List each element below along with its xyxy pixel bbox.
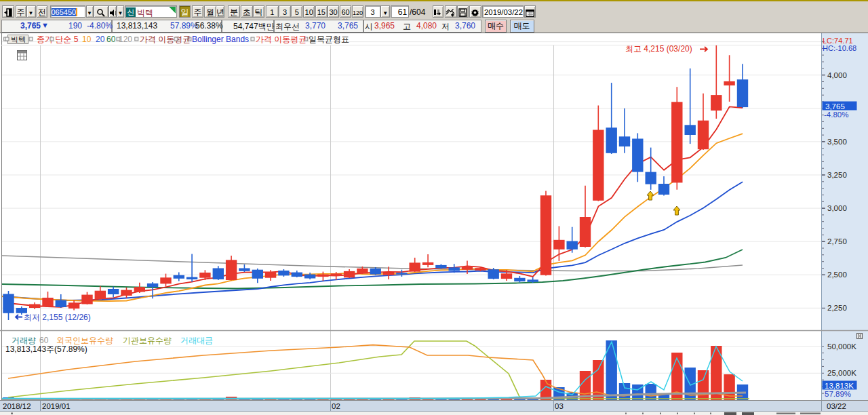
svg-text:03: 03 (555, 402, 564, 410)
svg-text:기관보유수량: 기관보유수량 (123, 336, 172, 345)
svg-text:50,000K: 50,000K (827, 342, 856, 351)
svg-text:Bollinger Bands: Bollinger Bands (192, 35, 249, 44)
svg-text:2,250: 2,250 (827, 304, 847, 312)
svg-text:거래대금: 거래대금 (180, 336, 213, 345)
svg-text:60: 60 (106, 35, 116, 44)
svg-text:3,500: 3,500 (827, 138, 847, 146)
svg-text:57.89%: 57.89% (825, 390, 851, 398)
svg-text:60: 60 (39, 336, 49, 345)
svg-text:2019/01: 2019/01 (42, 402, 71, 410)
svg-text:2018/12: 2018/12 (3, 402, 31, 410)
svg-text:20: 20 (96, 35, 105, 44)
svg-text:25,000K: 25,000K (827, 369, 856, 377)
svg-text:최고 4,215 (03/20): 최고 4,215 (03/20) (625, 44, 692, 54)
svg-text:3,765: 3,765 (825, 102, 845, 111)
svg-text:4,000: 4,000 (827, 71, 847, 79)
svg-text:HC:-10.68: HC:-10.68 (823, 44, 856, 52)
svg-text:종가 단순 5: 종가 단순 5 (37, 35, 79, 44)
svg-text:02: 02 (332, 402, 340, 410)
svg-text:최저 2,155 (12/26): 최저 2,155 (12/26) (24, 313, 91, 322)
svg-text:빅텍: 빅텍 (11, 35, 26, 43)
svg-text:3,250: 3,250 (827, 171, 847, 179)
svg-text:2,750: 2,750 (827, 237, 847, 245)
svg-text:13,813K: 13,813K (825, 382, 854, 390)
svg-text:-4.80%: -4.80% (824, 111, 848, 119)
svg-text:가격 이동평균: 가격 이동평균 (140, 35, 191, 44)
svg-text:120: 120 (119, 35, 132, 44)
svg-text:03/22: 03/22 (827, 402, 846, 410)
svg-text:2,500: 2,500 (827, 271, 847, 279)
svg-text:거래량: 거래량 (12, 336, 36, 345)
svg-text:13,813,143주(57.89%): 13,813,143주(57.89%) (5, 344, 87, 354)
svg-text:외국인보유수량: 외국인보유수량 (56, 336, 113, 345)
svg-text:3,000: 3,000 (827, 204, 847, 212)
svg-text:10: 10 (82, 35, 92, 44)
svg-text:가격 이동평균: 가격 이동평균 (256, 35, 307, 44)
svg-text:일목균형표: 일목균형표 (309, 35, 349, 44)
